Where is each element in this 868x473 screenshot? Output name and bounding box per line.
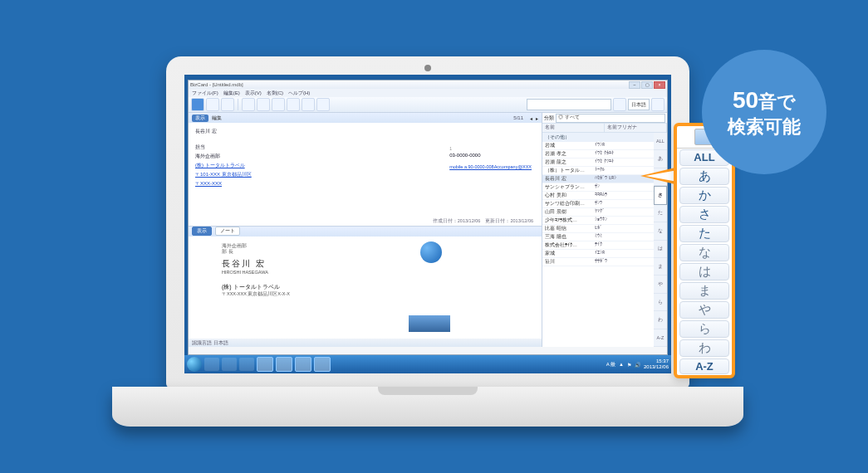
list-item[interactable]: 比嘉 昭信ﾋｶﾞ [542,225,654,233]
camera-dot [424,65,431,71]
index-tab-た[interactable]: た [654,205,667,222]
index-tab-ま[interactable]: ま [654,258,667,276]
card-tabs: 表示 ノート [189,227,542,236]
pager-next-icon[interactable]: ▸ [536,115,538,121]
menu-card[interactable]: 名刺(C) [267,90,283,97]
taskbar-media-icon[interactable] [239,358,254,371]
index-tab-さ[interactable]: さ [654,186,667,204]
toolbar-btn-5[interactable] [257,98,270,111]
main-panel: 表示 編集 5/11 ◂ ▸ 長谷川 宏 担当 海外企画部 (株) トータルトラ… [189,113,542,347]
contact-list[interactable]: （その他）岩城ｲﾜｼﾛ岩瀬 孝之ｲﾜｾ ﾀｶﾕｷ岩瀬 龍之ｲﾜｾ ﾀﾂﾕｷ（株）… [542,133,654,347]
ime-indicator[interactable]: A 般 [606,361,615,368]
list-item[interactable]: 家城ｲｴｼﾛ [542,250,654,258]
menu-edit[interactable]: 編集(E) [223,90,240,97]
list-item[interactable]: 心村 美和ｺｺﾛﾑﾗ [542,192,654,200]
toolbar-btn-7[interactable] [287,98,300,111]
toolbar-btn-6[interactable] [272,98,285,111]
detail-email[interactable]: mobile.a.90-0000-008Accompany@XXX [449,164,532,169]
callout-badge: 50音で 検索可能 [702,50,826,174]
callout-index-さ[interactable]: さ [679,206,729,223]
list-item[interactable]: 三海 陽也ﾐｳﾐ [542,233,654,241]
callout-index-な[interactable]: な [679,244,729,261]
menu-view[interactable]: 表示(V) [245,90,262,97]
list-item[interactable]: 長谷川 宏ﾊｾｶﾞﾜ ﾋﾛｼ [542,175,654,183]
callout-index-た[interactable]: た [679,225,729,242]
taskbar-clock[interactable]: 15:37 2013/12/06 [644,358,669,370]
card-tab-note[interactable]: ノート [215,227,240,236]
main-header: 表示 編集 5/11 ◂ ▸ [189,113,542,123]
window-buttons: – ▢ × [629,81,665,89]
index-tab-な[interactable]: な [654,222,667,240]
detail-name: 長谷川 宏 [195,128,535,135]
phonetic-index: ALLあかさたなはまやらわA-Z [654,133,667,347]
titlebar[interactable]: BizCard - [Untitled.mdb] – ▢ × [189,80,667,89]
callout-index-か[interactable]: か [679,187,729,204]
list-item[interactable]: サンワ総合印刷…ｻﾝﾜ [542,200,654,208]
toolbar-btn-lang[interactable] [651,98,664,111]
menu-file[interactable]: ファイル(F) [192,90,218,97]
minimize-button[interactable]: – [629,81,640,89]
index-tab-わ[interactable]: わ [654,311,667,329]
toolbar-btn-9[interactable] [316,98,330,111]
taskbar-app-4[interactable] [314,357,331,372]
maximize-button[interactable]: ▢ [641,81,653,89]
callout-index-ら[interactable]: ら [679,320,729,338]
list-item[interactable]: 山田 景樹ﾔﾏﾀﾞ [542,208,654,217]
list-item[interactable]: 少年ｺｱﾗ株式…ｼｮｳﾈﾝ [542,217,654,225]
side-dropdown[interactable]: ◎ すべて [556,114,665,123]
index-tab-A-Z[interactable]: A-Z [654,329,667,347]
col-name[interactable]: 名前 [542,124,605,132]
pager-prev-icon[interactable]: ◂ [530,115,532,121]
callout-index-ま[interactable]: ま [679,282,729,300]
toolbar-btn-3[interactable] [221,98,234,111]
list-item[interactable]: （株）トータル…ﾄｰﾀﾙ [542,167,654,175]
list-item[interactable]: サンシャブラン…ｻﾝ [542,183,654,192]
taskbar-app-3[interactable] [295,357,311,372]
card-company: (株) トータルトラベル [222,283,508,291]
bizcard-window: BizCard - [Untitled.mdb] – ▢ × ファイル(F) 編… [188,80,668,355]
start-button[interactable] [187,357,202,372]
index-tab-や[interactable]: や [654,276,667,293]
tray-icon-2[interactable]: ⚑ [627,362,631,368]
edit-tab[interactable]: 編集 [212,115,222,122]
language-indicator[interactable]: 日本語 [628,99,650,110]
callout-index-わ[interactable]: わ [679,339,729,357]
list-item[interactable]: 笹川ｻｻｶﾞﾜ [542,258,654,266]
search-input[interactable] [527,99,611,110]
record-pager: 5/11 [513,115,523,120]
callout-index-A-Z[interactable]: A-Z [679,358,729,375]
callout-index-あ[interactable]: あ [679,168,729,185]
list-item[interactable]: 株式会社ﾃｲｸ…ﾃｲｸ [542,241,654,250]
index-tab-は[interactable]: は [654,241,667,258]
list-item[interactable]: 岩瀬 孝之ｲﾜｾ ﾀｶﾕｷ [542,150,654,158]
view-tab[interactable]: 表示 [192,115,208,122]
col-furigana[interactable]: 名前フリガナ [605,124,667,132]
tray-icon[interactable]: ▲ [619,362,624,367]
detail-address[interactable]: 〒101-XXX 東京都品川区 [195,171,535,178]
toolbar-btn-4[interactable] [242,98,255,111]
toolbar-btn-8[interactable] [302,98,315,111]
taskbar-explorer-icon[interactable] [222,358,237,371]
card-name: 長谷川 宏 [222,258,508,270]
tray-icon-3[interactable]: 🔊 [635,362,640,368]
taskbar-app-1[interactable] [257,357,273,372]
detail-zip[interactable]: 〒XXX-XXX [195,180,535,188]
menu-help[interactable]: ヘルプ(H) [288,90,310,97]
laptop-base [112,387,743,427]
close-button[interactable]: × [654,81,665,89]
index-tab-ら[interactable]: ら [654,294,667,311]
taskbar-app-2[interactable] [276,357,292,372]
window-title: BizCard - [Untitled.mdb] [190,82,243,87]
list-item[interactable]: 岩瀬 龍之ｲﾜｾ ﾀﾂﾕｷ [542,158,654,167]
list-item[interactable]: 岩城ｲﾜｼﾛ [542,142,654,150]
toolbar-btn-2[interactable] [206,98,219,111]
callout-index-や[interactable]: や [679,301,729,319]
toolbar-btn-1[interactable] [191,98,204,111]
callout-index-は[interactable]: は [679,263,729,280]
side-column-headers: 名前 名前フリガナ [542,124,667,133]
search-button[interactable] [613,98,626,111]
card-name-roman: HIROSHI HASEGAWA [222,270,508,275]
taskbar-ie-icon[interactable] [204,358,219,371]
index-tab-ALL[interactable]: ALL [654,133,667,150]
card-tab-view[interactable]: 表示 [192,227,212,236]
